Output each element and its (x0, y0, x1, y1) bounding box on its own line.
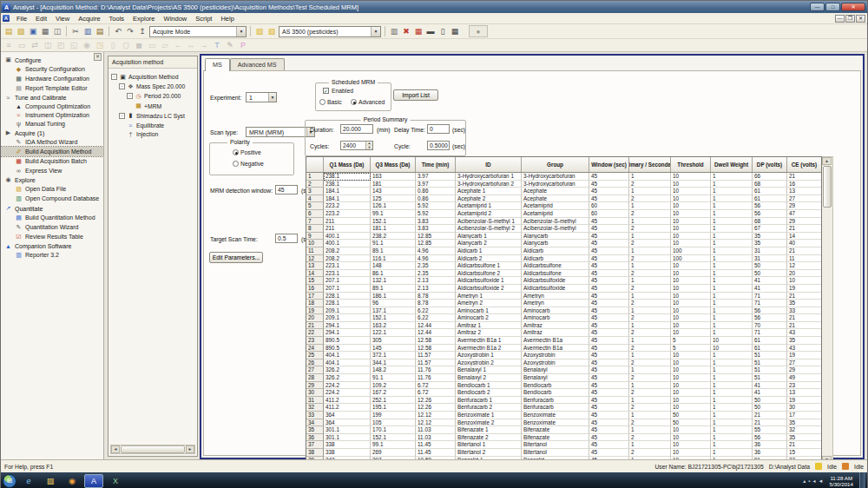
table-cell[interactable]: 50 (671, 419, 711, 427)
table-cell[interactable]: 211 (324, 218, 371, 226)
sidebar-section-acquire-1[interactable]: ▶Acquire (1) (1, 128, 103, 137)
table-cell[interactable]: 45 (589, 262, 629, 270)
table-cell[interactable]: 51 (753, 352, 787, 359)
menu-view[interactable]: View (51, 14, 74, 23)
table-cell[interactable]: 11.76 (416, 374, 456, 382)
table-cell[interactable]: 21 (787, 293, 822, 300)
mrm-detection-window-field[interactable]: 45 (275, 185, 298, 195)
table-cell[interactable]: Aldicarbsulfone (522, 262, 589, 270)
sidebar-item-compound-optimization[interactable]: ▲Compound Optimization (1, 102, 103, 110)
table-cell[interactable]: 11.45 (416, 441, 456, 449)
sidebar-item-quantitation-wizard[interactable]: ✎Quantitation Wizard (1, 222, 103, 232)
table-cell[interactable]: 105 (371, 419, 416, 427)
table-cell[interactable]: Acibenzolar-S-methyl (522, 225, 589, 233)
table-cell[interactable]: 301.1 (324, 434, 371, 442)
table-cell[interactable]: Acephate 1 (456, 188, 522, 195)
table-cell[interactable]: 43 (787, 329, 822, 337)
table-cell[interactable]: 10 (671, 202, 711, 210)
table-cell[interactable]: 1 (711, 426, 753, 434)
table-cell[interactable]: 3-Hydroxycarbofuran 2 (456, 181, 522, 188)
internet-explorer-icon[interactable]: e (19, 474, 38, 488)
table-cell[interactable]: 31 (753, 255, 787, 263)
spinner-arrows-icon[interactable]: ▲▼ (365, 142, 372, 149)
vial-a-icon[interactable]: ◫ (43, 40, 53, 50)
table-cell[interactable]: 56 (753, 202, 787, 210)
mdi-close-button[interactable]: ✕ (856, 15, 865, 23)
table-cell[interactable]: 1 (711, 195, 753, 203)
print-icon[interactable]: ▦ (40, 26, 50, 36)
row-number-cell[interactable]: 1 (306, 173, 324, 181)
table-cell[interactable]: 45 (589, 352, 629, 359)
table-cell[interactable]: 41 (753, 285, 787, 293)
method-panel-hscrollbar[interactable]: ◄ ► (110, 445, 195, 454)
table-cell[interactable]: 1 (711, 285, 753, 293)
row-number-cell[interactable]: 3 (306, 188, 324, 195)
table-cell[interactable]: 2 (629, 449, 671, 457)
update-tray-icon[interactable]: ◂ (813, 478, 816, 484)
table-cell[interactable]: 6.72 (416, 382, 456, 390)
table-cell[interactable]: 1 (629, 337, 671, 345)
table-cell[interactable]: 91.1 (371, 240, 416, 247)
column-header-primary-secondary[interactable]: Primary / Secondary (629, 157, 671, 172)
tile-grid-icon[interactable]: ▦ (450, 26, 460, 36)
table-cell[interactable]: 10 (671, 285, 711, 293)
method-node-mrm[interactable]: ▦+MRM (111, 102, 196, 111)
table-cell[interactable]: 45 (589, 240, 629, 247)
table-cell[interactable]: Aldicarb (522, 247, 589, 255)
table-cell[interactable]: 3.83 (416, 225, 456, 233)
table-cell[interactable]: 61 (753, 188, 787, 195)
table-cell[interactable]: 100 (671, 255, 711, 263)
table-cell[interactable]: 1 (711, 397, 753, 405)
table-cell[interactable]: 5.92 (416, 202, 456, 210)
table-cell[interactable]: 12 (787, 262, 822, 270)
table-cell[interactable]: 71 (753, 293, 787, 300)
table-cell[interactable]: 372.1 (371, 352, 416, 359)
table-cell[interactable]: 10 (671, 426, 711, 434)
table-cell[interactable]: 19 (787, 397, 822, 405)
table-cell[interactable]: 47 (787, 210, 822, 218)
table-cell[interactable]: 1 (629, 322, 671, 330)
volume-tray-icon[interactable]: ◄ (819, 478, 824, 484)
row-number-cell[interactable]: 5 (306, 202, 324, 210)
tab-ms[interactable]: MS (205, 58, 230, 71)
table-cell[interactable]: 1 (711, 262, 753, 270)
close-button[interactable]: ✕ (841, 3, 865, 11)
table-cell[interactable]: 10 (671, 434, 711, 442)
table-cell[interactable]: 30 (787, 404, 822, 412)
maximize-button[interactable]: □ (825, 3, 840, 11)
table-cell[interactable]: 199 (371, 412, 416, 419)
table-cell[interactable]: Benfuracarb 2 (456, 404, 522, 412)
row-number-cell[interactable]: 12 (306, 255, 324, 263)
table-cell[interactable]: 21 (787, 225, 822, 233)
table-cell[interactable]: 10 (671, 300, 711, 307)
table-cell[interactable]: 2 (629, 210, 671, 218)
table-cell[interactable]: 45 (589, 195, 629, 203)
table-cell[interactable]: 21 (787, 314, 822, 322)
table-cell[interactable]: 50 (753, 270, 787, 278)
table-cell[interactable]: Bifenazate (522, 434, 589, 442)
table-cell[interactable]: 364 (324, 412, 371, 419)
row-number-cell[interactable]: 14 (306, 270, 324, 278)
table-cell[interactable]: 12.85 (416, 233, 456, 241)
row-number-cell[interactable]: 4 (306, 195, 324, 203)
chevron-down-icon[interactable]: ▼ (236, 27, 246, 36)
balance-icon[interactable]: ◱ (69, 40, 79, 50)
row-number-cell[interactable]: 22 (306, 329, 324, 337)
table-cell[interactable]: 1 (629, 218, 671, 226)
table-cell[interactable]: 186.1 (371, 293, 416, 300)
table-cell[interactable]: 152.1 (371, 434, 416, 442)
table-cell[interactable]: 1 (711, 307, 753, 315)
table-cell[interactable]: 100 (671, 247, 711, 255)
table-cell[interactable]: 10 (671, 262, 711, 270)
table-cell[interactable]: 29 (787, 218, 822, 226)
edit-parameters-button[interactable]: Edit Parameters... (209, 252, 263, 263)
step-both-icon[interactable]: ↔ (186, 40, 196, 50)
negative-radio[interactable]: Negative (233, 161, 264, 167)
sidebar-section-companion-software[interactable]: ▲Companion Software (1, 241, 103, 250)
table-cell[interactable]: Amitraz 1 (456, 322, 522, 330)
table-cell[interactable]: 10 (671, 195, 711, 203)
table-cell[interactable]: 109.2 (371, 382, 416, 390)
table-cell[interactable]: 19 (787, 285, 822, 293)
duration-field[interactable]: 20.000 (340, 124, 373, 134)
table-cell[interactable]: 208.2 (324, 255, 371, 263)
